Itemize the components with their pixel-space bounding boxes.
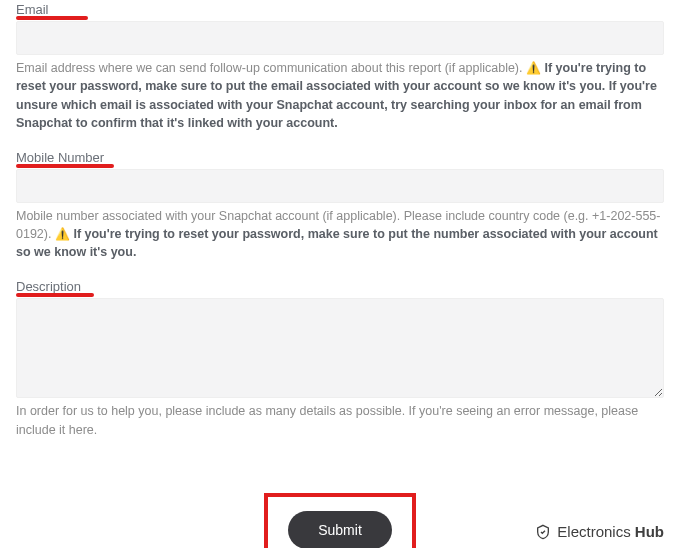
mobile-label-text: Mobile Number bbox=[16, 150, 104, 165]
mobile-helptext: Mobile number associated with your Snapc… bbox=[16, 207, 664, 262]
warning-icon: ⚠️ bbox=[526, 61, 541, 75]
email-helptext: Email address where we can send follow-u… bbox=[16, 59, 664, 132]
annotation-underline bbox=[16, 16, 88, 20]
mobile-field-group: Mobile Number Mobile number associated w… bbox=[16, 150, 664, 262]
mobile-input[interactable] bbox=[16, 169, 664, 203]
warning-icon: ⚠️ bbox=[55, 227, 70, 241]
email-help-plain: Email address where we can send follow-u… bbox=[16, 61, 526, 75]
annotation-underline bbox=[16, 293, 94, 297]
email-label: Email bbox=[16, 2, 49, 17]
email-label-text: Email bbox=[16, 2, 49, 17]
brand-text-hub: Hub bbox=[635, 523, 664, 540]
annotation-box: Submit bbox=[264, 493, 416, 548]
email-field-group: Email Email address where we can send fo… bbox=[16, 2, 664, 132]
annotation-underline bbox=[16, 164, 114, 168]
description-label: Description bbox=[16, 279, 81, 294]
submit-button[interactable]: Submit bbox=[288, 511, 392, 548]
description-help-plain: In order for us to help you, please incl… bbox=[16, 404, 638, 436]
description-field-group: Description In order for us to help you,… bbox=[16, 279, 664, 438]
description-helptext: In order for us to help you, please incl… bbox=[16, 402, 664, 438]
email-input[interactable] bbox=[16, 21, 664, 55]
mobile-label: Mobile Number bbox=[16, 150, 104, 165]
brand-text-electronics: Electronics bbox=[557, 523, 635, 540]
shield-icon bbox=[535, 524, 551, 540]
description-label-text: Description bbox=[16, 279, 81, 294]
description-textarea[interactable] bbox=[16, 298, 664, 398]
mobile-help-bold: If you're trying to reset your password,… bbox=[16, 227, 658, 259]
brand-watermark: Electronics Hub bbox=[535, 523, 664, 540]
